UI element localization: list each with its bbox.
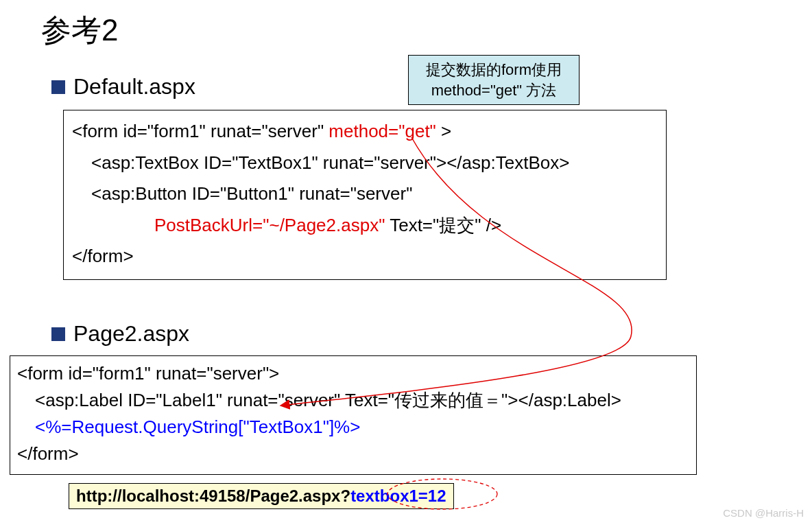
slide-title: 参考2 (41, 10, 118, 51)
code2-line1: <form id="form1" runat="server"> (17, 360, 689, 387)
watermark: CSDN @Harris-H (723, 507, 804, 519)
url-prefix: http://localhost:49158/Page2.aspx? (76, 487, 350, 505)
code2-line4: </form> (17, 441, 689, 467)
callout-line1: 提交数据的form使用 (411, 60, 576, 80)
code1-l1a: <form id="form1" runat="server" (72, 121, 329, 141)
codebox-page2: <form id="form1" runat="server"> <asp:La… (10, 355, 697, 475)
code2-line2: <asp:Label ID="Label1" runat="server" Te… (17, 387, 689, 414)
callout-line2: method="get" 方法 (411, 80, 576, 101)
code1-l4b: Text="提交" /> (385, 215, 501, 235)
code2-line3-querystring: <%=Request.QueryString["TextBox1"]%> (17, 414, 689, 441)
callout-note: 提交数据的form使用 method="get" 方法 (408, 55, 580, 105)
code1-l1b-method: method="get" (329, 121, 436, 141)
url-result: http://localhost:49158/Page2.aspx?textbo… (69, 483, 454, 509)
section-default: Default.aspx (51, 74, 195, 99)
section-page2-label: Page2.aspx (73, 321, 189, 347)
code1-line4: PostBackUrl="~/Page2.aspx" Text="提交" /> (72, 210, 658, 242)
code1-l1c: > (436, 121, 451, 141)
code1-l4a-postbackurl: PostBackUrl="~/Page2.aspx" (154, 215, 385, 235)
code1-line2: <asp:TextBox ID="TextBox1" runat="server… (72, 148, 658, 179)
section-page2: Page2.aspx (51, 321, 189, 347)
bullet-square-icon (51, 327, 65, 341)
codebox-default: <form id="form1" runat="server" method="… (63, 110, 667, 280)
section-default-label: Default.aspx (73, 74, 195, 99)
bullet-square-icon (51, 80, 65, 94)
code1-line3: <asp:Button ID="Button1" runat="server" (72, 178, 658, 210)
code1-line1: <form id="form1" runat="server" method="… (72, 116, 658, 148)
code1-line5: </form> (72, 241, 658, 272)
url-query: textbox1=12 (350, 487, 446, 505)
